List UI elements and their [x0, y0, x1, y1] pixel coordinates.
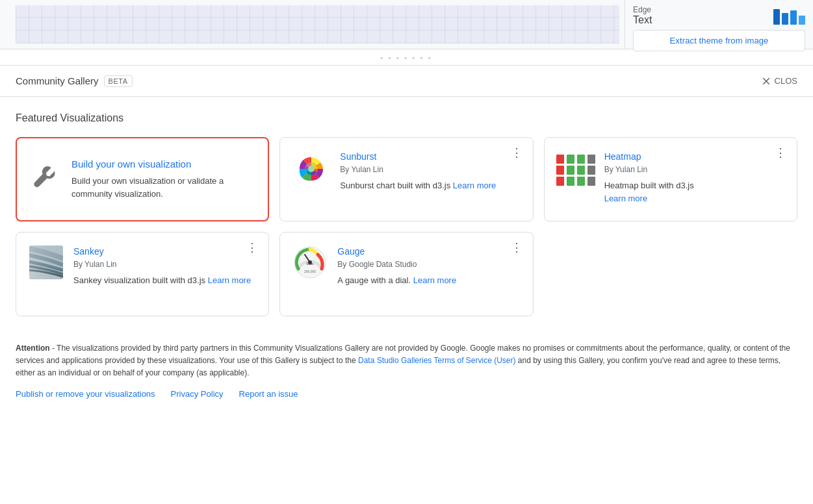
attention-strong: Attention [16, 344, 50, 353]
empty-cell [544, 232, 797, 316]
build-own-card[interactable]: Build your own visualization Build your … [16, 137, 269, 221]
gauge-card[interactable]: 250,000 Sales Gauge By Google Data Studi… [279, 232, 533, 316]
report-link[interactable]: Report an issue [239, 389, 298, 399]
beta-badge: BETA [104, 75, 133, 87]
bar-4 [799, 16, 805, 25]
sunburst-menu-button[interactable]: ⋮ [508, 145, 525, 160]
heatmap-menu-button[interactable]: ⋮ [772, 145, 789, 160]
gauge-author: By Google Data Studio [337, 260, 519, 269]
heatmap-name[interactable]: Heatmap [604, 151, 784, 162]
hm-bar-10 [587, 155, 595, 164]
hm-bar-6 [567, 177, 574, 186]
sankey-menu-button[interactable]: ⋮ [244, 240, 261, 255]
svg-rect-4 [29, 246, 63, 279]
sunburst-icon [293, 151, 329, 187]
hm-bar-12 [587, 177, 595, 186]
publish-link[interactable]: Publish or remove your visualizations [16, 389, 155, 399]
footer-links: Publish or remove your visualizations Pr… [16, 389, 797, 399]
sunburst-author: By Yulan Lin [340, 165, 519, 174]
viz-grid-row1: Build your own visualization Build your … [16, 137, 797, 221]
build-own-desc: Build your own visualization or validate… [71, 175, 255, 200]
gauge-desc: A gauge with a dial. Learn more [337, 274, 519, 287]
hm-col-4 [587, 155, 595, 186]
close-button[interactable]: CLOS [760, 75, 797, 87]
heatmap-learn-more[interactable]: Learn more [604, 194, 647, 203]
hm-bar-7 [577, 155, 585, 164]
gallery-title-row: Community Gallery BETA [16, 75, 133, 87]
heatmap-desc: Heatmap built with d3.js Learn more [604, 179, 784, 205]
sunburst-name[interactable]: Sunburst [340, 151, 519, 162]
svg-text:250,000: 250,000 [304, 270, 316, 273]
drag-handle: • • • • • • • [0, 49, 813, 66]
viz-grid-row2: Sankey By Yulan Lin Sankey visualization… [16, 232, 797, 316]
gauge-icon: 250,000 Sales [293, 246, 327, 279]
text-label: Text [633, 14, 652, 26]
bar-1 [773, 9, 780, 25]
svg-text:Sales: Sales [307, 262, 315, 266]
drag-dots: • • • • • • • [380, 55, 432, 62]
wrench-icon [30, 164, 61, 195]
heatmap-author: By Yulan Lin [604, 165, 784, 174]
sunburst-desc: Sunburst chart built with d3.js Learn mo… [340, 179, 519, 192]
svg-point-2 [308, 166, 315, 172]
hm-bar-1 [556, 155, 564, 164]
hm-bar-3 [556, 177, 564, 186]
hm-col-1 [556, 155, 564, 186]
sunburst-learn-more[interactable]: Learn more [453, 181, 496, 190]
gauge-menu-button[interactable]: ⋮ [508, 240, 525, 255]
hm-bar-4 [567, 155, 574, 164]
hm-bar-8 [577, 166, 585, 175]
privacy-link[interactable]: Privacy Policy [171, 389, 224, 399]
hm-bar-9 [577, 177, 585, 186]
hm-col-2 [567, 155, 574, 186]
footer: Attention - The visualizations provided … [0, 342, 813, 409]
bar-3 [790, 10, 797, 25]
mini-bar-chart [773, 6, 805, 25]
edge-label: Edge [633, 5, 652, 14]
sankey-desc: Sankey visualization built with d3.js Le… [73, 274, 255, 287]
hm-col-3 [577, 155, 585, 186]
sankey-info: Sankey By Yulan Lin Sankey visualization… [73, 246, 255, 287]
attention-text: Attention - The visualizations provided … [16, 342, 797, 380]
sankey-icon [29, 246, 63, 279]
right-panel: Edge Text Extract theme from image [625, 0, 813, 49]
sankey-learn-more[interactable]: Learn more [208, 275, 251, 285]
sankey-author: By Yulan Lin [73, 260, 255, 269]
main-content: Featured Visualizations Build your own v… [0, 97, 813, 342]
gallery-header: Community Gallery BETA CLOS [0, 66, 813, 97]
gallery-title: Community Gallery [16, 75, 99, 86]
section-title: Featured Visualizations [16, 112, 797, 124]
gauge-info: Gauge By Google Data Studio A gauge with… [337, 246, 519, 287]
sunburst-info: Sunburst By Yulan Lin Sunburst chart bui… [340, 151, 519, 192]
sankey-name[interactable]: Sankey [73, 246, 255, 257]
bar-2 [782, 13, 788, 25]
build-own-info: Build your own visualization Build your … [71, 158, 255, 200]
heatmap-info: Heatmap By Yulan Lin Heatmap built with … [604, 151, 784, 205]
canvas-area [16, 5, 619, 44]
gauge-name[interactable]: Gauge [337, 246, 519, 257]
heatmap-bars [556, 152, 595, 186]
sankey-card[interactable]: Sankey By Yulan Lin Sankey visualization… [16, 232, 269, 316]
hm-bar-11 [587, 166, 595, 175]
sunburst-card[interactable]: Sunburst By Yulan Lin Sunburst chart bui… [279, 137, 533, 221]
hm-bar-2 [556, 166, 564, 175]
heatmap-card[interactable]: Heatmap By Yulan Lin Heatmap built with … [544, 137, 797, 221]
hm-bar-5 [567, 166, 574, 175]
close-icon [760, 75, 772, 87]
extract-theme-button[interactable]: Extract theme from image [633, 30, 805, 51]
heatmap-icon [558, 151, 594, 187]
top-bar: Edge Text Extract theme from image [0, 0, 813, 49]
build-own-title[interactable]: Build your own visualization [71, 158, 255, 170]
gauge-learn-more[interactable]: Learn more [413, 275, 456, 285]
tos-link[interactable]: Data Studio Galleries Terms of Service (… [358, 356, 516, 365]
close-label: CLOS [775, 76, 797, 86]
